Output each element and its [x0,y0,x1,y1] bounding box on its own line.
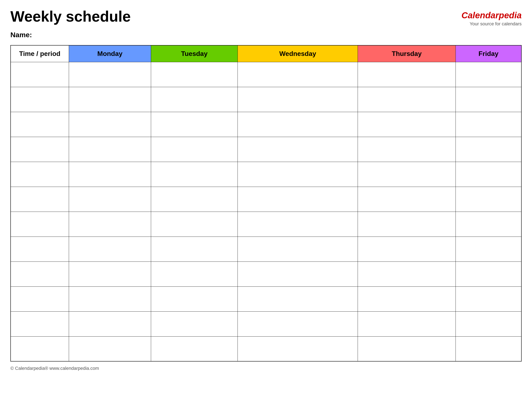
table-cell[interactable] [238,162,358,187]
table-cell[interactable] [238,87,358,112]
schedule-table: Time / period Monday Tuesday Wednesday T… [10,45,522,362]
table-cell[interactable] [69,137,151,162]
table-cell[interactable] [238,261,358,286]
table-cell[interactable] [69,336,151,361]
table-row [11,261,521,286]
table-cell[interactable] [11,336,69,361]
table-cell[interactable] [151,62,238,87]
table-cell[interactable] [11,312,69,336]
table-cell[interactable] [151,286,238,312]
table-row [11,162,521,187]
table-cell[interactable] [238,312,358,336]
col-header-thursday: Thursday [358,45,456,62]
table-cell[interactable] [358,112,456,137]
logo-calendar: Calendar [462,10,499,20]
table-row [11,336,521,361]
col-header-monday: Monday [69,45,151,62]
table-cell[interactable] [456,62,521,87]
footer-copyright: © Calendarpedia® www.calendarpedia.com [10,366,99,371]
table-cell[interactable] [151,261,238,286]
table-cell[interactable] [151,187,238,212]
col-header-tuesday: Tuesday [151,45,238,62]
table-cell[interactable] [11,236,69,261]
table-cell[interactable] [151,312,238,336]
table-header-row: Time / period Monday Tuesday Wednesday T… [11,45,521,62]
logo-container: Calendarpedia Your source for calendars [462,8,522,27]
table-cell[interactable] [11,187,69,212]
table-cell[interactable] [358,212,456,236]
logo-subtitle: Your source for calendars [470,21,522,27]
table-cell[interactable] [11,87,69,112]
table-cell[interactable] [69,236,151,261]
col-header-wednesday: Wednesday [238,45,358,62]
table-row [11,112,521,137]
table-cell[interactable] [456,137,521,162]
col-header-time: Time / period [11,45,69,62]
logo-text: Calendarpedia [462,10,522,20]
table-cell[interactable] [69,212,151,236]
table-cell[interactable] [11,162,69,187]
logo-pedia: pedia [499,10,522,20]
table-cell[interactable] [358,137,456,162]
table-cell[interactable] [11,286,69,312]
table-cell[interactable] [69,62,151,87]
table-cell[interactable] [358,312,456,336]
table-cell[interactable] [238,336,358,361]
table-cell[interactable] [69,286,151,312]
table-cell[interactable] [151,137,238,162]
table-cell[interactable] [456,212,521,236]
page-title: Weekly schedule [10,8,131,25]
table-row [11,137,521,162]
table-cell[interactable] [456,162,521,187]
table-cell[interactable] [456,236,521,261]
table-cell[interactable] [69,87,151,112]
table-cell[interactable] [358,336,456,361]
table-cell[interactable] [358,286,456,312]
table-cell[interactable] [69,261,151,286]
table-cell[interactable] [151,162,238,187]
table-cell[interactable] [238,286,358,312]
table-cell[interactable] [69,162,151,187]
table-cell[interactable] [358,62,456,87]
table-row [11,187,521,212]
table-cell[interactable] [358,162,456,187]
table-cell[interactable] [456,312,521,336]
table-cell[interactable] [358,87,456,112]
table-cell[interactable] [358,187,456,212]
table-cell[interactable] [11,137,69,162]
table-cell[interactable] [151,87,238,112]
table-cell[interactable] [11,261,69,286]
table-cell[interactable] [151,112,238,137]
table-cell[interactable] [456,112,521,137]
table-cell[interactable] [456,261,521,286]
table-cell[interactable] [238,212,358,236]
table-cell[interactable] [456,187,521,212]
table-cell[interactable] [151,336,238,361]
name-label: Name: [10,31,522,39]
table-cell[interactable] [69,312,151,336]
table-cell[interactable] [456,286,521,312]
table-row [11,62,521,87]
table-cell[interactable] [11,62,69,87]
table-row [11,87,521,112]
table-cell[interactable] [238,236,358,261]
table-cell[interactable] [238,62,358,87]
table-cell[interactable] [456,336,521,361]
table-cell[interactable] [151,236,238,261]
table-cell[interactable] [358,236,456,261]
table-cell[interactable] [238,112,358,137]
table-body [11,62,521,361]
table-cell[interactable] [69,187,151,212]
table-row [11,236,521,261]
col-header-friday: Friday [456,45,521,62]
table-cell[interactable] [11,112,69,137]
table-cell[interactable] [238,187,358,212]
table-cell[interactable] [456,87,521,112]
table-row [11,212,521,236]
table-cell[interactable] [11,212,69,236]
table-row [11,312,521,336]
table-cell[interactable] [238,137,358,162]
table-cell[interactable] [69,112,151,137]
table-cell[interactable] [358,261,456,286]
table-cell[interactable] [151,212,238,236]
